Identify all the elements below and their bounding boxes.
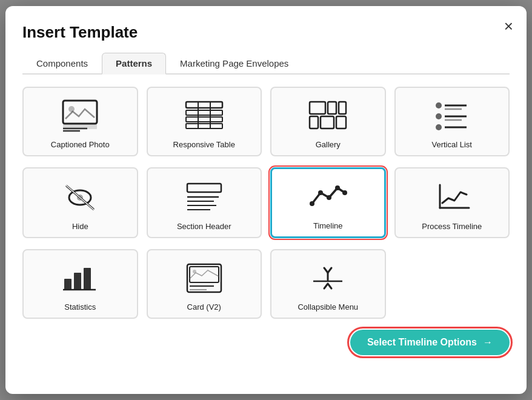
svg-rect-43 xyxy=(84,268,91,290)
card-captioned-photo[interactable]: Captioned Photo xyxy=(22,87,138,156)
template-grid-row1: Captioned Photo Responsive Table xyxy=(22,87,510,156)
svg-point-4 xyxy=(68,106,75,112)
timeline-label: Timeline xyxy=(313,221,343,230)
svg-rect-12 xyxy=(328,102,336,114)
tab-marketing[interactable]: Marketing Page Envelopes xyxy=(166,53,302,73)
svg-rect-45 xyxy=(187,264,221,292)
select-button-label: Select Timeline Options xyxy=(367,337,477,348)
card-statistics[interactable]: Statistics xyxy=(22,249,138,319)
card-collapsible-menu[interactable]: Collapsible Menu xyxy=(270,249,386,319)
statistics-label: Statistics xyxy=(64,302,96,312)
svg-rect-8 xyxy=(186,124,222,128)
card-v2-icon xyxy=(154,259,255,298)
svg-rect-7 xyxy=(186,117,222,122)
tab-patterns[interactable]: Patterns xyxy=(102,53,166,75)
tab-bar: Components Patterns Marketing Page Envel… xyxy=(22,53,510,75)
select-timeline-options-button[interactable]: Select Timeline Options → xyxy=(350,330,510,355)
responsive-table-icon xyxy=(154,96,255,135)
card-section-header[interactable]: Section Header xyxy=(147,167,262,238)
insert-template-modal: Insert Template × Components Patterns Ma… xyxy=(5,6,527,394)
svg-rect-14 xyxy=(310,116,318,128)
select-button-arrow: → xyxy=(483,337,493,348)
card-gallery[interactable]: Gallery xyxy=(270,87,386,156)
template-grid-row3: Statistics Card (V2) xyxy=(22,249,510,319)
template-grid-row2: Hide Section Header xyxy=(22,167,510,238)
svg-point-20 xyxy=(436,113,442,119)
svg-point-35 xyxy=(318,190,323,195)
svg-rect-6 xyxy=(186,110,222,115)
card-v2-label: Card (V2) xyxy=(187,302,221,312)
collapsible-menu-label: Collapsible Menu xyxy=(298,302,358,312)
svg-point-36 xyxy=(327,195,331,200)
timeline-icon xyxy=(278,178,378,216)
close-button[interactable]: × xyxy=(504,18,513,34)
svg-point-37 xyxy=(335,185,340,190)
svg-rect-42 xyxy=(74,273,81,290)
card-card-v2[interactable]: Card (V2) xyxy=(147,249,262,319)
svg-rect-13 xyxy=(339,102,346,114)
section-header-label: Section Header xyxy=(177,222,231,231)
svg-point-34 xyxy=(310,201,314,206)
section-header-icon xyxy=(154,178,255,217)
responsive-table-label: Responsive Table xyxy=(173,140,235,149)
svg-rect-16 xyxy=(336,116,346,128)
captioned-photo-label: Captioned Photo xyxy=(51,140,110,149)
captioned-photo-icon xyxy=(30,96,131,135)
vertical-list-label: Vertical List xyxy=(432,140,472,149)
card-hide[interactable]: Hide xyxy=(22,167,138,238)
card-process-timeline[interactable]: Process Timeline xyxy=(394,167,510,238)
gallery-label: Gallery xyxy=(316,140,341,149)
vertical-list-icon xyxy=(402,96,503,135)
statistics-icon xyxy=(30,259,131,298)
svg-point-23 xyxy=(436,124,442,130)
card-timeline[interactable]: Timeline xyxy=(270,167,386,238)
process-timeline-label: Process Timeline xyxy=(422,222,482,231)
modal-title: Insert Template xyxy=(22,23,510,42)
tab-components[interactable]: Components xyxy=(22,53,102,73)
svg-point-17 xyxy=(436,102,442,108)
process-timeline-icon xyxy=(402,178,503,217)
svg-rect-0 xyxy=(63,101,97,124)
svg-rect-29 xyxy=(187,184,221,192)
hide-icon xyxy=(30,178,131,217)
svg-point-47 xyxy=(193,270,196,273)
svg-rect-15 xyxy=(321,116,334,128)
card-vertical-list[interactable]: Vertical List xyxy=(394,87,510,156)
svg-rect-41 xyxy=(64,279,71,290)
svg-rect-5 xyxy=(186,102,222,108)
hide-label: Hide xyxy=(72,222,88,231)
gallery-icon xyxy=(278,96,379,135)
svg-point-38 xyxy=(342,190,347,195)
modal-footer: Select Timeline Options → xyxy=(22,330,510,355)
card-responsive-table[interactable]: Responsive Table xyxy=(147,87,262,156)
svg-rect-11 xyxy=(310,102,325,114)
collapsible-menu-icon xyxy=(278,259,379,298)
